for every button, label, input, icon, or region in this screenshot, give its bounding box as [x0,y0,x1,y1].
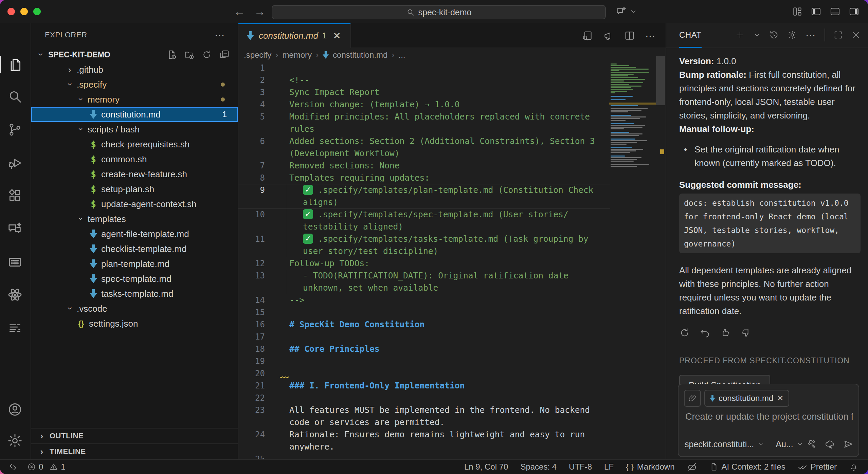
copilot-chat-icon[interactable] [615,6,627,17]
close-tab-icon[interactable]: ✕ [333,30,341,41]
editor-line[interactable]: user story/test discipline) [238,245,610,257]
editor-line[interactable]: 3Sync Impact Report [238,86,610,98]
eol[interactable]: LF [604,462,614,472]
chevron-down-icon[interactable] [630,8,637,15]
editor-line[interactable]: 7Removed sections: None [238,160,610,172]
editor-line[interactable]: 5Modified principles: All placeholders r… [238,111,610,123]
undo-icon[interactable] [700,327,710,338]
editor-line[interactable]: 17 [238,331,610,343]
command-center-search[interactable]: spec-kit-demo [272,5,606,19]
scrollbar-slider[interactable] [656,56,665,105]
cloud-send-icon[interactable] [825,439,835,450]
nav-back-icon[interactable]: ← [234,5,245,18]
react-icon[interactable] [0,284,30,306]
bell-icon[interactable] [849,462,858,472]
editor-line[interactable]: 4Version change: (template) → 1.0.0 [238,98,610,111]
tree-row[interactable]: ›templates [31,212,238,226]
regenerate-icon[interactable] [679,327,690,338]
tree-row[interactable]: ›.github [31,62,238,77]
more-actions-icon[interactable]: ⋯ [806,29,816,41]
editor-line[interactable]: 2<!-- [238,74,610,86]
tree-row[interactable]: $update-agent-context.sh [31,197,238,212]
model-picker[interactable]: Au... [776,439,803,449]
minimize-window-button[interactable] [20,8,28,15]
language-mode[interactable]: { } Markdown [626,462,674,472]
editor-line[interactable]: 10✓.specify/templates/spec-template.md (… [238,208,610,221]
tree-row[interactable]: ›memory [31,92,238,107]
context-chip[interactable]: constitution.md ✕ [704,390,789,407]
editor-line[interactable]: 24Rationale: Ensures demo remains lightw… [238,429,610,441]
explorer-icon[interactable] [0,54,30,75]
tree-root-row[interactable]: › SPEC-KIT-DEMO [31,47,238,62]
editor-line[interactable]: 20 [238,367,610,380]
cursor-position[interactable]: Ln 9, Col 70 [464,462,508,472]
tree-row[interactable]: tasks-template.md [31,286,238,301]
editor-line[interactable]: unknown, set when available [238,282,610,294]
history-icon[interactable] [769,30,779,40]
tree-row[interactable]: agent-file-template.md [31,226,238,241]
editor-line[interactable]: 16# SpecKit Demo Constitution [238,318,610,331]
encoding[interactable]: UTF-8 [569,462,592,472]
editor-line[interactable]: code or services are permitted. [238,416,610,429]
maximize-panel-icon[interactable] [833,30,843,40]
tree-row[interactable]: constitution.md1 [31,107,238,122]
close-window-button[interactable] [7,8,15,15]
chevron-down-icon[interactable] [753,31,761,39]
breadcrumb-item[interactable]: memory [282,50,312,60]
tree-row[interactable]: $common.sh [31,152,238,167]
editor-line[interactable]: aligns) [238,196,610,208]
editor-line[interactable]: 23All features MUST be implemented in th… [238,404,610,416]
tools-icon[interactable] [807,439,817,449]
toggle-secondary-sidebar-icon[interactable] [848,6,860,17]
tree-row[interactable]: $create-new-feature.sh [31,167,238,182]
tree-row[interactable]: $setup-plan.sh [31,182,238,197]
tab-chat[interactable]: CHAT [679,23,702,48]
search-icon[interactable] [0,86,30,107]
timeline-section[interactable]: ›TIMELINE [31,443,238,459]
tree-row[interactable]: $check-prerequisites.sh [31,137,238,152]
maximize-window-button[interactable] [33,8,41,15]
output-list-icon[interactable] [0,251,30,273]
editor-line[interactable]: 18## Core Principles [238,343,610,355]
copilot-chat-icon[interactable] [0,218,30,240]
tree-row[interactable]: ›.specify [31,77,238,92]
new-chat-icon[interactable] [735,30,745,40]
ai-context-status[interactable]: AI Context: 2 files [709,462,785,472]
editor-line[interactable]: 15 [238,306,610,318]
split-editor-icon[interactable] [624,30,635,41]
editor-line[interactable]: 6Added sections: Section 2 (Additional C… [238,135,610,147]
customize-layout-icon[interactable] [792,6,803,17]
source-control-icon[interactable] [0,119,30,141]
editor-line[interactable]: 21### I. Frontend-Only Implementation [238,380,610,392]
thumbs-down-icon[interactable] [740,327,751,338]
indentation[interactable]: Spaces: 4 [520,462,557,472]
megaphone-icon[interactable] [603,30,614,41]
document-outline-icon[interactable] [0,316,30,338]
tree-row[interactable]: {}settings.json [31,316,238,331]
close-icon[interactable] [851,30,861,40]
remote-icon[interactable] [8,462,18,472]
run-debug-icon[interactable] [0,152,30,174]
tree-row[interactable]: plan-template.md [31,256,238,271]
editor-line[interactable]: 25 [238,453,610,459]
settings-gear-icon[interactable] [0,430,30,452]
toggle-panel-icon[interactable] [829,6,841,17]
problems-status[interactable]: 0 1 [27,462,66,472]
extensions-icon[interactable] [0,185,30,206]
more-actions-icon[interactable]: ⋯ [645,30,656,42]
editor-line[interactable]: testability aligned) [238,221,610,233]
chat-input-box[interactable]: constitution.md ✕ Create or update the p… [678,384,859,457]
chat-input-text[interactable]: Create or update the project constitutio… [685,412,853,422]
editor-line[interactable]: 11✓.specify/templates/tasks-template.md … [238,233,610,245]
thumbs-up-icon[interactable] [720,327,731,338]
nav-forward-icon[interactable]: → [254,5,266,18]
new-folder-icon[interactable] [184,50,194,60]
editor-line[interactable]: anywhere. [238,441,610,453]
formatter-status[interactable]: Prettier [798,462,837,472]
breadcrumb-item[interactable]: constitution.md [333,50,387,60]
more-actions-icon[interactable]: ⋯ [215,29,225,41]
editor-line[interactable]: (Development Workflow) [238,147,610,160]
tree-row[interactable]: spec-template.md [31,271,238,286]
minimap[interactable] [611,63,655,167]
editor-line[interactable]: 14--> [238,294,610,306]
